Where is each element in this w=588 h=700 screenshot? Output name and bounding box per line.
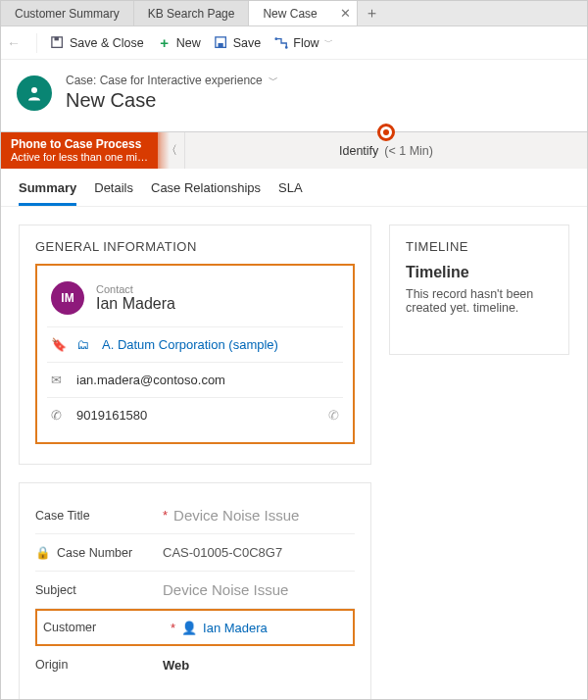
- save-close-button[interactable]: Save & Close: [51, 36, 144, 50]
- svg-point-6: [31, 87, 37, 93]
- tab-kb-search[interactable]: KB Search Page: [134, 1, 250, 25]
- case-title-row: Case Title * Device Noise Issue: [35, 497, 355, 534]
- close-icon[interactable]: ✕: [340, 6, 351, 21]
- customer-label: Customer: [43, 621, 171, 634]
- back-icon[interactable]: ←: [7, 35, 23, 51]
- new-label: New: [176, 36, 201, 50]
- company-link[interactable]: A. Datum Corporation (sample): [102, 337, 278, 352]
- svg-rect-3: [218, 43, 222, 47]
- bookmark-icon: 🔖: [51, 337, 67, 352]
- stage-label: Identify: [339, 144, 378, 158]
- process-stage-identify[interactable]: Identify (< 1 Min): [185, 132, 587, 169]
- flow-button[interactable]: Flow ﹀: [274, 36, 332, 50]
- account-icon: 🗂: [76, 337, 92, 352]
- add-tab-button[interactable]: ＋: [358, 1, 387, 25]
- timeline-empty-text: This record hasn't been created yet. tim…: [406, 287, 553, 315]
- required-marker: *: [171, 621, 175, 635]
- card-title: GENERAL INFORMATION: [35, 239, 355, 254]
- phone-row: ✆ 9019161580 ✆: [47, 397, 343, 432]
- subject-label: Subject: [35, 583, 163, 597]
- contact-avatar: IM: [51, 281, 84, 315]
- page-title: New Case: [66, 89, 278, 112]
- case-title-input[interactable]: Device Noise Issue: [173, 507, 355, 524]
- tab-details[interactable]: Details: [94, 180, 133, 206]
- breadcrumb-label: Case: Case for Interactive experience: [66, 74, 263, 87]
- plus-icon: +: [158, 36, 172, 50]
- process-header[interactable]: Phone to Case Process Active for less th…: [1, 132, 158, 169]
- form-tabs: Summary Details Case Relationships SLA: [1, 169, 587, 207]
- phone-value[interactable]: 9019161580: [76, 408, 147, 423]
- save-close-icon: [51, 36, 65, 50]
- case-number-value: CAS-01005-C0C8G7: [163, 545, 355, 560]
- contact-label: Contact: [96, 283, 175, 295]
- customer-row: Customer * 👤 Ian Madera: [35, 609, 355, 646]
- lock-icon: 🔒: [35, 545, 51, 560]
- tab-customer-summary[interactable]: Customer Summary: [1, 1, 134, 25]
- general-information-card: GENERAL INFORMATION IM Contact Ian Mader…: [19, 225, 371, 465]
- entity-avatar: [17, 75, 52, 111]
- process-status: Active for less than one mi…: [11, 151, 148, 163]
- case-number-label-text: Case Number: [57, 546, 132, 560]
- company-row: 🔖 🗂 A. Datum Corporation (sample): [47, 326, 343, 362]
- chevron-down-icon: ﹀: [324, 36, 333, 49]
- contact-icon: 👤: [181, 621, 197, 635]
- right-column: TIMELINE Timeline This record hasn't bee…: [389, 225, 569, 700]
- record-header: Case: Case for Interactive experience ﹀ …: [1, 60, 587, 131]
- tab-new-case[interactable]: New Case ✕: [249, 1, 357, 25]
- tab-summary[interactable]: Summary: [19, 180, 76, 206]
- case-fields-card: Case Title * Device Noise Issue 🔒 Case N…: [19, 482, 371, 700]
- command-bar: ← Save & Close + New Save Flow ﹀: [1, 26, 587, 60]
- svg-rect-1: [55, 36, 59, 40]
- mail-icon: ✉: [51, 373, 67, 387]
- email-value[interactable]: ian.madera@contoso.com: [76, 373, 225, 387]
- timeline-title: Timeline: [406, 264, 553, 281]
- svg-point-4: [275, 37, 278, 40]
- tab-sla[interactable]: SLA: [278, 180, 303, 206]
- contact-highlight: IM Contact Ian Madera 🔖 🗂 A. Datum Corpo…: [35, 264, 355, 444]
- target-icon: [377, 124, 395, 141]
- timeline-card: TIMELINE Timeline This record hasn't bee…: [389, 225, 569, 355]
- required-marker: *: [163, 508, 168, 523]
- subject-row: Subject Device Noise Issue: [35, 572, 355, 609]
- flow-label: Flow: [293, 36, 318, 50]
- breadcrumb[interactable]: Case: Case for Interactive experience ﹀: [66, 74, 278, 87]
- tab-label: New Case: [263, 7, 317, 21]
- email-row: ✉ ian.madera@contoso.com: [47, 362, 343, 397]
- flow-icon: [274, 36, 288, 50]
- save-close-label: Save & Close: [70, 36, 144, 50]
- save-button[interactable]: Save: [215, 36, 262, 50]
- origin-row: Origin Web: [35, 646, 355, 683]
- case-title-label: Case Title: [35, 509, 163, 523]
- tab-case-relationships[interactable]: Case Relationships: [151, 180, 261, 206]
- left-column: GENERAL INFORMATION IM Contact Ian Mader…: [19, 225, 371, 700]
- case-number-row: 🔒 Case Number CAS-01005-C0C8G7: [35, 534, 355, 572]
- stage-time: (< 1 Min): [384, 144, 433, 158]
- customer-lookup[interactable]: 👤 Ian Madera: [181, 621, 347, 635]
- process-name: Phone to Case Process: [11, 138, 148, 151]
- new-button[interactable]: + New: [158, 36, 201, 50]
- timeline-section-title: TIMELINE: [406, 239, 553, 254]
- window-tabs: Customer Summary KB Search Page New Case…: [1, 1, 587, 26]
- call-icon[interactable]: ✆: [328, 408, 339, 423]
- form-body: GENERAL INFORMATION IM Contact Ian Mader…: [1, 207, 587, 700]
- origin-label: Origin: [35, 658, 163, 672]
- customer-value: Ian Madera: [203, 621, 268, 635]
- save-label: Save: [233, 36, 262, 50]
- contact-name[interactable]: Ian Madera: [96, 295, 175, 313]
- subject-input[interactable]: Device Noise Issue: [163, 581, 355, 598]
- save-icon: [215, 36, 228, 50]
- case-number-label: 🔒 Case Number: [35, 545, 163, 560]
- contact-summary: IM Contact Ian Madera: [47, 275, 343, 326]
- phone-icon: ✆: [51, 408, 67, 423]
- separator: [36, 33, 37, 53]
- svg-point-5: [285, 46, 288, 49]
- chevron-down-icon: ﹀: [269, 74, 278, 87]
- origin-value[interactable]: Web: [163, 658, 355, 673]
- business-process-bar: Phone to Case Process Active for less th…: [1, 131, 587, 169]
